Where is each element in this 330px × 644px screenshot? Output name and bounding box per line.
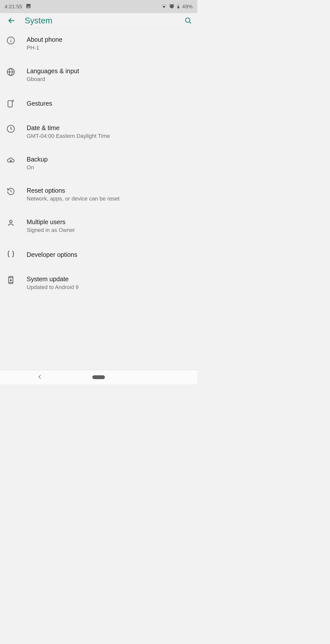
list-item-system-update[interactable]: System update Updated to Android 9 [0, 270, 197, 297]
globe-icon [6, 67, 16, 77]
item-subtitle: Updated to Android 9 [27, 284, 79, 291]
svg-point-13 [10, 220, 12, 223]
gesture-icon [6, 98, 16, 108]
item-subtitle: Signed in as Owner [27, 227, 75, 234]
nav-home-pill[interactable] [92, 375, 105, 379]
cloud-download-icon [6, 155, 16, 166]
list-item-reset-options[interactable]: Reset options Network, apps, or device c… [0, 181, 197, 208]
item-subtitle: Gboard [27, 76, 79, 83]
svg-point-6 [11, 38, 11, 39]
wifi-icon [161, 3, 167, 10]
battery-icon [177, 3, 180, 10]
item-title: Date & time [27, 124, 110, 132]
info-icon [6, 35, 16, 46]
content: About phone PH-1 Languages & input Gboar… [0, 28, 197, 296]
alarm-icon [169, 3, 175, 10]
restore-icon [6, 186, 16, 197]
braces-icon [6, 249, 16, 260]
user-icon [6, 218, 16, 228]
page-title: System [25, 16, 182, 25]
item-subtitle: Network, apps, or device can be reset [27, 195, 119, 203]
svg-point-2 [185, 18, 190, 22]
navigation-bar [0, 370, 197, 384]
list-item-backup[interactable]: Backup On [0, 150, 197, 177]
svg-line-3 [189, 22, 191, 23]
back-button[interactable] [6, 15, 18, 27]
item-title: Developer options [27, 251, 77, 258]
item-title: Languages & input [27, 67, 79, 75]
list-item-multiple-users[interactable]: Multiple users Signed in as Owner [0, 213, 197, 239]
item-title: About phone [27, 36, 62, 43]
item-title: Backup [27, 155, 48, 163]
chevron-left-icon [37, 374, 43, 380]
list-item-gestures[interactable]: Gestures [0, 93, 197, 114]
status-left: 4:21:55 [5, 3, 31, 10]
item-title: Gestures [27, 100, 52, 107]
arrow-back-icon [8, 17, 16, 25]
clock-icon [6, 124, 16, 134]
nav-back-button[interactable] [37, 374, 43, 381]
item-subtitle: PH-1 [27, 44, 62, 52]
search-icon [184, 17, 192, 24]
status-right: 49% [161, 3, 193, 10]
list-item-languages-input[interactable]: Languages & input Gboard [0, 62, 197, 89]
item-title: Multiple users [27, 218, 75, 226]
list-item-developer-options[interactable]: Developer options [0, 244, 197, 265]
item-subtitle: GMT-04:00 Eastern Daylight Time [27, 133, 110, 140]
item-title: System update [27, 275, 79, 283]
status-time: 4:21:55 [5, 4, 22, 10]
system-update-icon [6, 275, 16, 285]
list-item-date-time[interactable]: Date & time GMT-04:00 Eastern Daylight T… [0, 118, 197, 145]
list-item-about-phone[interactable]: About phone PH-1 [0, 30, 197, 57]
item-title: Reset options [27, 187, 119, 194]
item-subtitle: On [27, 164, 48, 171]
search-button[interactable] [182, 15, 194, 27]
image-icon [26, 3, 31, 10]
app-bar: System [0, 13, 197, 28]
battery-text: 49% [182, 4, 193, 10]
status-bar: 4:21:55 49% [0, 0, 197, 13]
svg-rect-10 [8, 101, 12, 107]
